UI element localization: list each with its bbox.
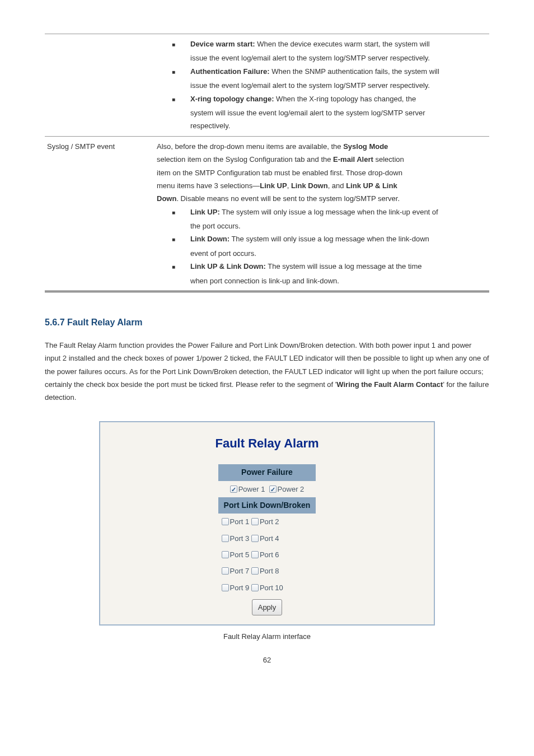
bullet-icon: ■ xyxy=(157,232,190,245)
bullet-continuation: system will issue the event log/email al… xyxy=(157,106,485,119)
bullet-continuation: the port occurs. xyxy=(157,220,485,232)
bullet-continuation: issue the event log/email alert to the s… xyxy=(157,52,485,64)
page-number: 62 xyxy=(45,654,489,666)
bullet-lead: Link UP & Link Down: xyxy=(190,262,266,270)
bullet-continuation: respectively. xyxy=(157,119,485,132)
para-text: Also, before the drop-down menu items ar… xyxy=(157,142,343,151)
bullet-lead: Link Down: xyxy=(190,235,229,243)
body-paragraph: The Fault Relay Alarm function provides … xyxy=(45,339,489,404)
bullet-continuation: when port connection is link-up and link… xyxy=(157,274,485,287)
bullet-icon: ■ xyxy=(157,260,190,273)
bullet-icon: ■ xyxy=(157,38,190,50)
para-text: , and xyxy=(328,181,346,190)
port-row: Port 7 Port 8 xyxy=(218,563,316,579)
section-heading: 5.6.7 Fault Relay Alarm xyxy=(45,315,489,331)
port-checkbox[interactable] xyxy=(251,584,259,591)
para-text: , xyxy=(287,181,291,190)
row-content: Also, before the drop-down menu items ar… xyxy=(157,140,489,287)
bullet-tail: When the SNMP authentication fails, the … xyxy=(270,67,439,76)
bullet-tail: When the X-ring topology has changed, th… xyxy=(274,95,416,103)
screenshot-title: Fault Relay Alarm xyxy=(123,432,411,455)
port-checkbox[interactable] xyxy=(251,551,259,558)
port-label: Port 8 xyxy=(260,567,279,575)
row-label xyxy=(45,38,157,133)
port-checkbox[interactable] xyxy=(251,518,259,525)
para-bold: Link Down xyxy=(291,181,328,190)
port-link-header: Port Link Down/Broken xyxy=(218,497,316,514)
bullet-continuation: issue the event log/email alert to the s… xyxy=(157,79,485,92)
bullet-lead: X-ring topology change: xyxy=(190,95,274,103)
port-checkbox[interactable] xyxy=(251,567,259,575)
para-text: selection xyxy=(373,155,404,164)
row-label: Syslog / SMTP event xyxy=(45,140,157,287)
port-row: Port 1 Port 2 xyxy=(218,514,316,530)
table-row: Syslog / SMTP event Also, before the dro… xyxy=(45,136,489,292)
port-label: Port 7 xyxy=(230,567,250,575)
port-checkbox[interactable] xyxy=(222,518,229,525)
para-bold: Syslog Mode xyxy=(343,142,388,151)
event-table: ■ Device warm start: When the device exe… xyxy=(45,34,489,292)
para-bold: E-mail Alert xyxy=(333,155,373,164)
table-row: ■ Device warm start: When the device exe… xyxy=(45,34,489,136)
port-label: Port 9 xyxy=(230,584,250,592)
port-checkbox[interactable] xyxy=(222,584,229,591)
port-label: Port 2 xyxy=(260,517,279,526)
port-row: Port 3 Port 4 xyxy=(218,530,316,547)
bullet-tail: The system will issue a log message at t… xyxy=(266,262,422,270)
port-row: Port 5 Port 6 xyxy=(218,547,316,563)
port-label: Port 10 xyxy=(260,584,283,592)
bullet-lead: Link UP: xyxy=(190,208,220,216)
bullet-continuation: event of port occurs. xyxy=(157,247,485,260)
para-bold: Wiring the Fault Alarm Contact xyxy=(336,380,443,389)
port-row: Port 9 Port 10 xyxy=(218,580,316,596)
port-label: Port 3 xyxy=(230,534,250,543)
power2-checkbox[interactable] xyxy=(269,486,277,493)
port-label: Port 4 xyxy=(260,534,279,543)
para-text: selection item on the Syslog Configurati… xyxy=(157,155,333,164)
para-bold: Down xyxy=(157,194,176,203)
para-text: item on the SMTP Configuration tab must … xyxy=(157,166,485,179)
row-content: ■ Device warm start: When the device exe… xyxy=(157,38,489,133)
figure-caption: Fault Relay Alarm interface xyxy=(45,630,489,643)
para-text: menu items have 3 selections— xyxy=(157,181,260,190)
para-text: . Disable means no event will be sent to… xyxy=(176,194,400,203)
bullet-icon: ■ xyxy=(157,92,190,105)
power1-label: Power 1 xyxy=(238,485,265,493)
port-label: Port 6 xyxy=(260,550,279,559)
port-checkbox[interactable] xyxy=(251,535,259,542)
port-label: Port 5 xyxy=(230,550,250,559)
bullet-icon: ■ xyxy=(157,206,190,218)
apply-button[interactable]: Apply xyxy=(252,599,283,615)
fault-relay-screenshot: Fault Relay Alarm Power Failure Power 1 … xyxy=(99,421,435,626)
port-label: Port 1 xyxy=(230,517,250,526)
bullet-tail: The system will only issue a log message… xyxy=(229,235,429,243)
bullet-lead: Authentication Failure: xyxy=(190,67,270,76)
bullet-lead: Device warm start: xyxy=(190,40,255,48)
port-checkbox[interactable] xyxy=(222,535,229,542)
bullet-icon: ■ xyxy=(157,65,190,78)
power1-checkbox[interactable] xyxy=(230,486,237,493)
port-checkbox[interactable] xyxy=(222,567,229,575)
para-bold: Link UP & Link xyxy=(346,181,397,190)
port-checkbox[interactable] xyxy=(222,551,229,558)
power-failure-header: Power Failure xyxy=(218,464,316,480)
power2-label: Power 2 xyxy=(278,485,305,493)
para-bold: Link UP xyxy=(260,181,287,190)
bullet-tail: The system will only issue a log message… xyxy=(220,208,438,216)
bullet-tail: When the device executes warm start, the… xyxy=(255,40,430,48)
